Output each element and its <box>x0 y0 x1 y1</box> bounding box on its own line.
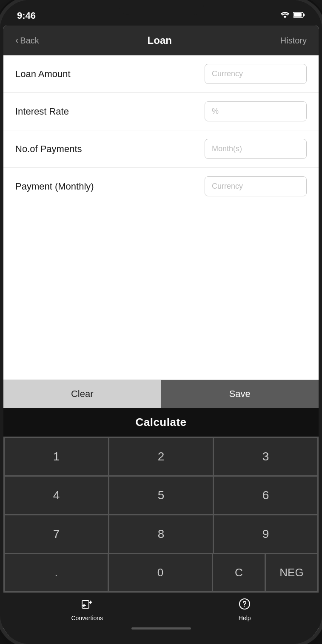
home-bar <box>131 627 191 630</box>
svg-rect-1 <box>303 14 305 16</box>
numpad-2[interactable]: 2 <box>109 438 213 475</box>
numpad-dot[interactable]: . <box>5 554 108 591</box>
numpad-5[interactable]: 5 <box>109 477 213 514</box>
numpad-8[interactable]: 8 <box>109 515 213 553</box>
numpad-0[interactable]: 0 <box>109 554 212 591</box>
calculate-bar[interactable]: Calculate <box>3 408 319 437</box>
home-indicator <box>3 624 319 635</box>
loan-amount-label: Loan Amount <box>15 69 71 80</box>
tab-conversions-label: Convertions <box>71 615 103 621</box>
tab-conversions[interactable]: Convertions <box>71 598 103 621</box>
form-row-interest-rate: Interest Rate <box>3 93 319 130</box>
numpad-4[interactable]: 4 <box>5 477 108 514</box>
numpad-9[interactable]: 9 <box>214 515 317 553</box>
phone-frame: 9:46 ‹ Back <box>0 0 322 644</box>
monthly-payment-label: Payment (Monthly) <box>15 181 94 192</box>
form-row-loan-amount: Loan Amount <box>3 55 319 93</box>
numpad-neg[interactable]: NEG <box>266 554 317 591</box>
status-icons <box>280 12 305 20</box>
tab-help[interactable]: Help <box>239 598 251 621</box>
battery-icon <box>293 12 305 20</box>
history-button[interactable]: History <box>280 36 307 46</box>
monthly-payment-input[interactable] <box>205 176 307 196</box>
numpad-last-row: . 0 C NEG <box>3 554 319 592</box>
form-row-monthly-payment: Payment (Monthly) <box>3 168 319 205</box>
back-button[interactable]: ‹ Back <box>15 35 39 46</box>
conversions-icon <box>81 598 93 613</box>
svg-rect-2 <box>294 13 302 17</box>
numpad-3[interactable]: 3 <box>214 438 317 475</box>
numpad: 1 2 3 4 5 6 7 8 9 <box>3 437 319 554</box>
numpad-7[interactable]: 7 <box>5 515 108 553</box>
tab-bar: Convertions Help <box>3 592 319 624</box>
action-buttons: Clear Save <box>3 380 319 408</box>
num-payments-input[interactable] <box>205 139 307 159</box>
help-icon <box>239 598 251 613</box>
chevron-left-icon: ‹ <box>15 35 18 46</box>
save-button[interactable]: Save <box>161 380 319 408</box>
screen: ‹ Back Loan History Loan Amount Interest… <box>3 26 319 635</box>
nav-bar: ‹ Back Loan History <box>3 26 319 55</box>
calculate-label: Calculate <box>135 416 186 428</box>
form-area: Loan Amount Interest Rate No.of Payments… <box>3 55 319 380</box>
loan-amount-input[interactable] <box>205 64 307 84</box>
svg-rect-3 <box>82 601 89 608</box>
form-row-num-payments: No.of Payments <box>3 130 319 168</box>
numpad-clear[interactable]: C <box>213 554 265 591</box>
clear-button[interactable]: Clear <box>3 380 161 408</box>
numpad-6[interactable]: 6 <box>214 477 317 514</box>
notch <box>119 0 204 15</box>
numpad-1[interactable]: 1 <box>5 438 108 475</box>
status-time: 9:46 <box>17 10 36 21</box>
interest-rate-label: Interest Rate <box>15 106 69 117</box>
wifi-icon <box>280 12 290 20</box>
svg-point-5 <box>244 606 245 607</box>
tab-help-label: Help <box>239 615 251 621</box>
page-title: Loan <box>148 34 172 46</box>
back-label: Back <box>20 36 39 46</box>
interest-rate-input[interactable] <box>205 101 307 121</box>
num-payments-label: No.of Payments <box>15 144 82 155</box>
